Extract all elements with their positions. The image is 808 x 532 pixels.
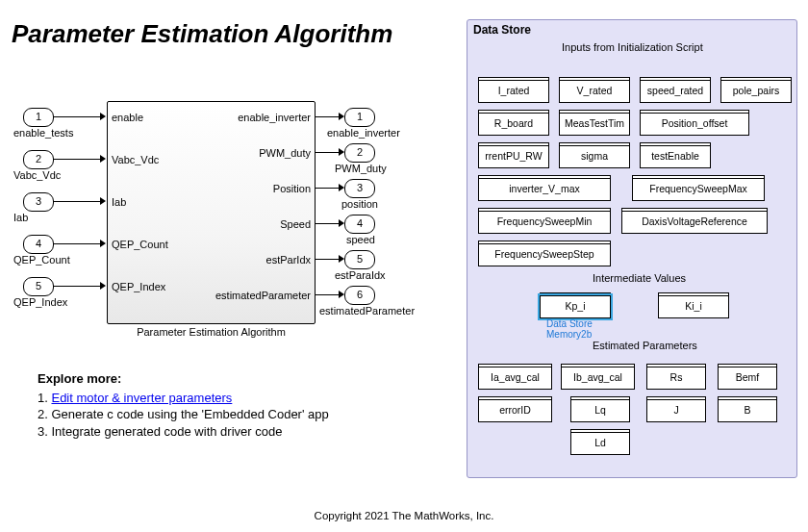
ds-block[interactable]: B bbox=[718, 399, 777, 422]
arrow-icon bbox=[100, 155, 106, 163]
inport-1-label: enable_tests bbox=[13, 127, 73, 139]
datastore-panel: Data Store Inputs from Initialization Sc… bbox=[467, 19, 797, 478]
ds-selected-caption: Data Store Memory2b bbox=[546, 318, 593, 340]
explore-item: 1. Edit motor & inverter parameters bbox=[38, 390, 329, 407]
ds-block[interactable]: rrentPU_RW bbox=[478, 145, 549, 168]
ds-block[interactable]: testEnable bbox=[640, 145, 711, 168]
ds-block[interactable]: inverter_V_max bbox=[478, 178, 611, 201]
explore-more-section: Explore more: 1. Edit motor & inverter p… bbox=[38, 370, 329, 440]
inport-5[interactable]: 5 bbox=[23, 277, 54, 296]
ds-block[interactable]: Ia_avg_cal bbox=[478, 367, 552, 390]
inport-2-label: Vabc_Vdc bbox=[13, 169, 61, 181]
ds-block-selected[interactable]: Kp_i bbox=[540, 295, 611, 318]
wire bbox=[315, 116, 340, 117]
datastore-title: Data Store bbox=[473, 23, 531, 37]
port-out-label: estParIdx bbox=[266, 254, 311, 266]
wire bbox=[315, 152, 340, 153]
subsystem-name: Parameter Estimation Algorithm bbox=[137, 326, 286, 338]
port-out-label: estimatedParameter bbox=[215, 290, 311, 301]
ds-block[interactable]: FrequencySweepMin bbox=[478, 211, 611, 234]
ds-block[interactable]: MeasTestTim bbox=[559, 113, 630, 136]
outport-2-label: PWM_duty bbox=[335, 163, 387, 174]
inport-4-label: QEP_Count bbox=[13, 254, 70, 266]
ds-block[interactable]: DaxisVoltageReference bbox=[621, 211, 768, 234]
ds-block[interactable]: Bemf bbox=[718, 367, 777, 390]
outport-6-label: estimatedParameter bbox=[319, 305, 415, 317]
outport-4-label: speed bbox=[346, 234, 375, 245]
explore-item: 3. Integrate generated code with driver … bbox=[38, 423, 329, 441]
port-in-label: QEP_Count bbox=[112, 239, 168, 250]
wire bbox=[315, 188, 340, 189]
outport-1-label: enable_inverter bbox=[327, 127, 400, 139]
port-out-label: enable_inverter bbox=[238, 112, 311, 123]
outport-5[interactable]: 5 bbox=[344, 250, 375, 269]
ds-block[interactable]: pole_pairs bbox=[720, 80, 792, 103]
port-out-label: Speed bbox=[280, 218, 311, 230]
ds-block[interactable]: FrequencySweepMax bbox=[632, 178, 765, 201]
outport-3[interactable]: 3 bbox=[344, 179, 375, 198]
ds-block[interactable]: sigma bbox=[559, 145, 630, 168]
arrow-icon bbox=[100, 113, 106, 120]
ds-block[interactable]: Position_offset bbox=[640, 113, 749, 136]
ds-block[interactable]: R_board bbox=[478, 113, 549, 136]
arrow-icon bbox=[100, 240, 106, 247]
ds-block[interactable]: Ib_avg_cal bbox=[561, 367, 635, 390]
arrow-icon bbox=[100, 197, 106, 205]
ds-block[interactable]: Ld bbox=[570, 432, 630, 455]
ds-block[interactable]: FrequencySweepStep bbox=[478, 243, 611, 266]
outport-2[interactable]: 2 bbox=[344, 143, 375, 163]
ds-block[interactable]: Rs bbox=[646, 367, 706, 390]
wire bbox=[54, 286, 101, 287]
ds-block[interactable]: J bbox=[646, 399, 706, 422]
ds-block[interactable]: errorID bbox=[478, 399, 552, 422]
inport-5-label: QEP_Index bbox=[13, 296, 67, 308]
port-in-label: enable bbox=[112, 112, 143, 123]
outport-3-label: position bbox=[341, 198, 378, 210]
wire bbox=[315, 223, 340, 224]
port-in-label: QEP_Index bbox=[112, 281, 165, 292]
inport-1[interactable]: 1 bbox=[23, 108, 54, 127]
page-title: Parameter Estimation Algorithm bbox=[12, 19, 392, 49]
arrow-icon bbox=[100, 282, 106, 290]
datastore-intermediate-header: Intermediate Values bbox=[593, 272, 686, 284]
datastore-estimated-header: Estimated Parameters bbox=[593, 340, 697, 351]
port-in-label: Vabc_Vdc bbox=[112, 154, 159, 165]
wire bbox=[315, 259, 340, 260]
edit-parameters-link[interactable]: Edit motor & inverter parameters bbox=[51, 391, 232, 405]
copyright: Copyright 2021 The MathWorks, Inc. bbox=[315, 510, 494, 521]
subsystem-block[interactable]: enable Vabc_Vdc Iab QEP_Count QEP_Index … bbox=[107, 101, 316, 324]
port-out-label: PWM_duty bbox=[259, 147, 311, 159]
outport-6[interactable]: 6 bbox=[344, 286, 375, 305]
outport-4[interactable]: 4 bbox=[344, 215, 375, 234]
inport-2[interactable]: 2 bbox=[23, 150, 54, 169]
port-in-label: Iab bbox=[112, 196, 126, 208]
inport-3-label: Iab bbox=[13, 212, 28, 223]
explore-header: Explore more: bbox=[38, 370, 329, 388]
outport-1[interactable]: 1 bbox=[344, 108, 375, 127]
inport-3[interactable]: 3 bbox=[23, 192, 54, 212]
ds-block[interactable]: Lq bbox=[570, 399, 630, 422]
wire bbox=[54, 201, 101, 202]
wire bbox=[54, 159, 101, 160]
datastore-inputs-header: Inputs from Initialization Script bbox=[562, 41, 703, 53]
wire bbox=[54, 243, 101, 244]
ds-block[interactable]: speed_rated bbox=[640, 80, 711, 103]
ds-block[interactable]: I_rated bbox=[478, 80, 549, 103]
port-out-label: Position bbox=[273, 183, 311, 194]
outport-5-label: estParaIdx bbox=[335, 269, 386, 281]
explore-item: 2. Generate c code using the 'Embedded C… bbox=[38, 406, 329, 423]
ds-block[interactable]: Ki_i bbox=[658, 295, 729, 318]
ds-block[interactable]: V_rated bbox=[559, 80, 630, 103]
wire bbox=[54, 116, 101, 117]
wire bbox=[315, 294, 340, 295]
inport-4[interactable]: 4 bbox=[23, 235, 54, 254]
